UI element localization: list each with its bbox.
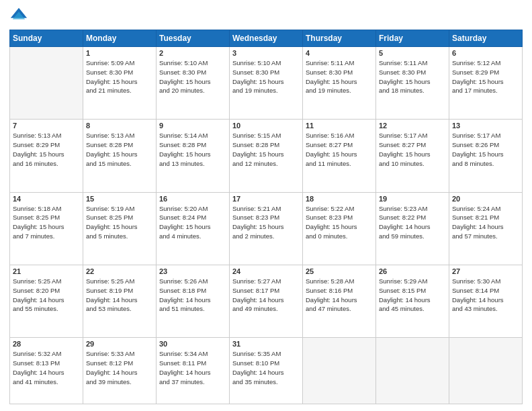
day-info: Sunrise: 5:32 AM Sunset: 8:13 PM Dayligh… xyxy=(13,349,80,386)
calendar-cell: 10Sunrise: 5:15 AM Sunset: 8:28 PM Dayli… xyxy=(230,120,303,192)
day-info: Sunrise: 5:15 AM Sunset: 8:28 PM Dayligh… xyxy=(232,131,300,168)
logo xyxy=(9,7,31,26)
day-number: 6 xyxy=(452,49,519,57)
day-number: 25 xyxy=(306,267,373,275)
weekday-header: Sunday xyxy=(10,30,83,47)
day-number: 15 xyxy=(86,195,153,203)
day-number: 21 xyxy=(13,267,80,275)
calendar-cell: 21Sunrise: 5:25 AM Sunset: 8:20 PM Dayli… xyxy=(10,265,83,338)
day-number: 27 xyxy=(452,267,519,275)
calendar-cell: 24Sunrise: 5:27 AM Sunset: 8:17 PM Dayli… xyxy=(230,265,303,338)
calendar-cell: 1Sunrise: 5:09 AM Sunset: 8:30 PM Daylig… xyxy=(83,47,157,120)
calendar-week-row: 28Sunrise: 5:32 AM Sunset: 8:13 PM Dayli… xyxy=(10,338,523,404)
day-number: 8 xyxy=(86,122,153,130)
calendar-cell: 7Sunrise: 5:13 AM Sunset: 8:29 PM Daylig… xyxy=(10,120,83,192)
day-number: 11 xyxy=(306,122,373,130)
calendar-week-row: 7Sunrise: 5:13 AM Sunset: 8:29 PM Daylig… xyxy=(10,120,523,192)
day-info: Sunrise: 5:25 AM Sunset: 8:19 PM Dayligh… xyxy=(86,277,153,314)
day-number: 3 xyxy=(232,49,300,57)
calendar-cell: 27Sunrise: 5:30 AM Sunset: 8:14 PM Dayli… xyxy=(449,265,523,338)
day-info: Sunrise: 5:23 AM Sunset: 8:22 PM Dayligh… xyxy=(379,204,446,241)
day-number: 16 xyxy=(159,195,226,203)
day-number: 9 xyxy=(159,122,226,130)
calendar: SundayMondayTuesdayWednesdayThursdayFrid… xyxy=(9,30,523,404)
weekday-header: Saturday xyxy=(449,30,523,47)
day-info: Sunrise: 5:27 AM Sunset: 8:17 PM Dayligh… xyxy=(232,277,300,314)
calendar-cell xyxy=(10,47,83,120)
day-info: Sunrise: 5:09 AM Sunset: 8:30 PM Dayligh… xyxy=(86,58,153,95)
day-info: Sunrise: 5:21 AM Sunset: 8:23 PM Dayligh… xyxy=(232,204,300,241)
day-number: 30 xyxy=(159,340,226,348)
day-info: Sunrise: 5:28 AM Sunset: 8:16 PM Dayligh… xyxy=(306,277,373,314)
calendar-cell: 13Sunrise: 5:17 AM Sunset: 8:26 PM Dayli… xyxy=(449,120,523,192)
day-info: Sunrise: 5:17 AM Sunset: 8:27 PM Dayligh… xyxy=(379,131,446,168)
day-info: Sunrise: 5:16 AM Sunset: 8:27 PM Dayligh… xyxy=(306,131,373,168)
day-number: 4 xyxy=(306,49,373,57)
day-info: Sunrise: 5:18 AM Sunset: 8:25 PM Dayligh… xyxy=(13,204,80,241)
day-info: Sunrise: 5:35 AM Sunset: 8:10 PM Dayligh… xyxy=(232,349,300,386)
day-info: Sunrise: 5:10 AM Sunset: 8:30 PM Dayligh… xyxy=(232,58,300,95)
day-info: Sunrise: 5:17 AM Sunset: 8:26 PM Dayligh… xyxy=(452,131,519,168)
calendar-cell: 18Sunrise: 5:22 AM Sunset: 8:23 PM Dayli… xyxy=(303,192,376,265)
weekday-header: Thursday xyxy=(303,30,376,47)
calendar-cell xyxy=(449,338,523,404)
calendar-cell: 30Sunrise: 5:34 AM Sunset: 8:11 PM Dayli… xyxy=(157,338,230,404)
day-info: Sunrise: 5:14 AM Sunset: 8:28 PM Dayligh… xyxy=(159,131,226,168)
calendar-cell: 2Sunrise: 5:10 AM Sunset: 8:30 PM Daylig… xyxy=(157,47,230,120)
day-info: Sunrise: 5:34 AM Sunset: 8:11 PM Dayligh… xyxy=(159,349,226,386)
day-info: Sunrise: 5:10 AM Sunset: 8:30 PM Dayligh… xyxy=(159,58,226,95)
calendar-cell xyxy=(376,338,449,404)
day-number: 19 xyxy=(379,195,446,203)
calendar-cell: 17Sunrise: 5:21 AM Sunset: 8:23 PM Dayli… xyxy=(230,192,303,265)
header xyxy=(9,7,523,26)
day-info: Sunrise: 5:29 AM Sunset: 8:15 PM Dayligh… xyxy=(379,277,446,314)
day-info: Sunrise: 5:13 AM Sunset: 8:29 PM Dayligh… xyxy=(13,131,80,168)
day-info: Sunrise: 5:26 AM Sunset: 8:18 PM Dayligh… xyxy=(159,277,226,314)
day-number: 1 xyxy=(86,49,153,57)
calendar-cell: 5Sunrise: 5:11 AM Sunset: 8:30 PM Daylig… xyxy=(376,47,449,120)
calendar-cell: 3Sunrise: 5:10 AM Sunset: 8:30 PM Daylig… xyxy=(230,47,303,120)
day-number: 24 xyxy=(232,267,300,275)
day-info: Sunrise: 5:25 AM Sunset: 8:20 PM Dayligh… xyxy=(13,277,80,314)
calendar-cell: 14Sunrise: 5:18 AM Sunset: 8:25 PM Dayli… xyxy=(10,192,83,265)
day-info: Sunrise: 5:11 AM Sunset: 8:30 PM Dayligh… xyxy=(379,58,446,95)
calendar-cell: 29Sunrise: 5:33 AM Sunset: 8:12 PM Dayli… xyxy=(83,338,157,404)
day-info: Sunrise: 5:12 AM Sunset: 8:29 PM Dayligh… xyxy=(452,58,519,95)
calendar-week-row: 21Sunrise: 5:25 AM Sunset: 8:20 PM Dayli… xyxy=(10,265,523,338)
calendar-cell: 9Sunrise: 5:14 AM Sunset: 8:28 PM Daylig… xyxy=(157,120,230,192)
day-number: 29 xyxy=(86,340,153,348)
calendar-cell: 12Sunrise: 5:17 AM Sunset: 8:27 PM Dayli… xyxy=(376,120,449,192)
calendar-cell: 31Sunrise: 5:35 AM Sunset: 8:10 PM Dayli… xyxy=(230,338,303,404)
calendar-cell: 8Sunrise: 5:13 AM Sunset: 8:28 PM Daylig… xyxy=(83,120,157,192)
weekday-header-row: SundayMondayTuesdayWednesdayThursdayFrid… xyxy=(10,30,523,47)
calendar-cell: 15Sunrise: 5:19 AM Sunset: 8:25 PM Dayli… xyxy=(83,192,157,265)
day-number: 7 xyxy=(13,122,80,130)
calendar-cell: 20Sunrise: 5:24 AM Sunset: 8:21 PM Dayli… xyxy=(449,192,523,265)
day-number: 12 xyxy=(379,122,446,130)
calendar-cell: 11Sunrise: 5:16 AM Sunset: 8:27 PM Dayli… xyxy=(303,120,376,192)
calendar-week-row: 14Sunrise: 5:18 AM Sunset: 8:25 PM Dayli… xyxy=(10,192,523,265)
day-number: 2 xyxy=(159,49,226,57)
calendar-cell: 26Sunrise: 5:29 AM Sunset: 8:15 PM Dayli… xyxy=(376,265,449,338)
calendar-week-row: 1Sunrise: 5:09 AM Sunset: 8:30 PM Daylig… xyxy=(10,47,523,120)
day-info: Sunrise: 5:33 AM Sunset: 8:12 PM Dayligh… xyxy=(86,349,153,386)
day-number: 17 xyxy=(232,195,300,203)
calendar-cell: 16Sunrise: 5:20 AM Sunset: 8:24 PM Dayli… xyxy=(157,192,230,265)
day-info: Sunrise: 5:11 AM Sunset: 8:30 PM Dayligh… xyxy=(306,58,373,95)
day-info: Sunrise: 5:30 AM Sunset: 8:14 PM Dayligh… xyxy=(452,277,519,314)
calendar-cell: 28Sunrise: 5:32 AM Sunset: 8:13 PM Dayli… xyxy=(10,338,83,404)
day-number: 14 xyxy=(13,195,80,203)
day-number: 5 xyxy=(379,49,446,57)
weekday-header: Tuesday xyxy=(157,30,230,47)
weekday-header: Monday xyxy=(83,30,157,47)
day-number: 31 xyxy=(232,340,300,348)
day-number: 13 xyxy=(452,122,519,130)
day-info: Sunrise: 5:24 AM Sunset: 8:21 PM Dayligh… xyxy=(452,204,519,241)
day-info: Sunrise: 5:19 AM Sunset: 8:25 PM Dayligh… xyxy=(86,204,153,241)
day-number: 28 xyxy=(13,340,80,348)
weekday-header: Wednesday xyxy=(230,30,303,47)
day-info: Sunrise: 5:20 AM Sunset: 8:24 PM Dayligh… xyxy=(159,204,226,241)
day-info: Sunrise: 5:22 AM Sunset: 8:23 PM Dayligh… xyxy=(306,204,373,241)
calendar-cell: 19Sunrise: 5:23 AM Sunset: 8:22 PM Dayli… xyxy=(376,192,449,265)
day-info: Sunrise: 5:13 AM Sunset: 8:28 PM Dayligh… xyxy=(86,131,153,168)
